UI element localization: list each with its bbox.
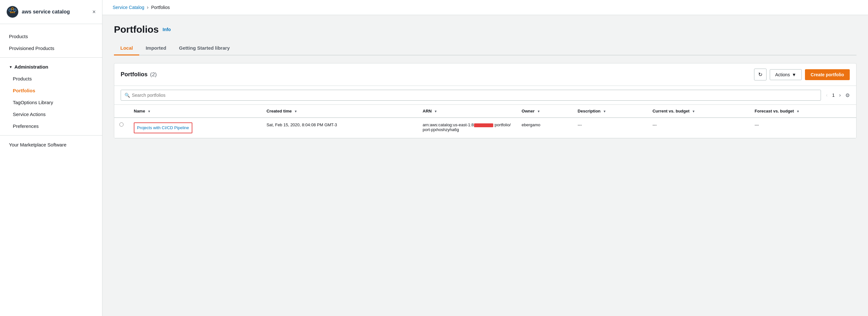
pagination: ‹ 1 › ⚙ xyxy=(824,91,850,99)
sidebar-item-portfolios[interactable]: Portfolios xyxy=(0,85,102,96)
sort-icon-arn: ▼ xyxy=(434,110,437,113)
portfolio-name-link[interactable]: Projects with CI/CD Pipeline xyxy=(134,122,192,133)
current-budget-value: --- xyxy=(653,122,657,127)
sidebar-item-products-sub[interactable]: Products xyxy=(0,73,102,85)
table-header-row: Name ▼ Created time ▼ ARN ▼ Owner xyxy=(114,105,856,118)
page-title: Portfolios xyxy=(114,24,159,35)
arn-prefix: arn:aws:catalog:us-east-1:8 xyxy=(423,122,474,127)
sort-icon-owner: ▼ xyxy=(537,110,540,113)
col-owner[interactable]: Owner ▼ xyxy=(517,105,572,118)
sort-icon-created-time: ▼ xyxy=(294,110,297,113)
actions-button[interactable]: Actions ▼ xyxy=(770,69,802,80)
create-portfolio-button[interactable]: Create portfolio xyxy=(805,69,850,80)
row-arn-cell: arn:aws:catalog:us-east-1:8:portfolio/po… xyxy=(418,118,517,138)
pagination-current: 1 xyxy=(832,93,835,98)
main-content: Service Catalog › Portfolios Portfolios … xyxy=(102,0,868,316)
row-description-cell: --- xyxy=(572,118,648,138)
owner-value: ebergamo xyxy=(522,122,540,127)
tab-imported[interactable]: Imported xyxy=(139,41,173,55)
breadcrumb-link-service-catalog[interactable]: Service Catalog xyxy=(113,5,144,10)
row-created-time-cell: Sat, Feb 15, 2020, 8:04:08 PM GMT-3 xyxy=(261,118,418,138)
table-card: Portfolios (2) ↻ Actions ▼ Create portfo… xyxy=(114,63,857,139)
page-title-row: Portfolios Info xyxy=(114,24,857,35)
sidebar-item-service-actions[interactable]: Service Actions xyxy=(0,108,102,120)
sidebar-header: aws aws service catalog × xyxy=(0,0,102,24)
col-created-time[interactable]: Created time ▼ xyxy=(261,105,418,118)
sidebar: aws aws service catalog × Products Provi… xyxy=(0,0,102,316)
search-row: 🔍 ‹ 1 › ⚙ xyxy=(114,86,856,105)
table-title: Portfolios (2) xyxy=(121,71,157,78)
aws-logo-icon: aws xyxy=(6,6,19,18)
search-container: 🔍 xyxy=(121,90,821,100)
search-input[interactable] xyxy=(121,90,821,100)
forecast-budget-value: --- xyxy=(755,122,759,127)
col-arn[interactable]: ARN ▼ xyxy=(418,105,517,118)
row-radio-input[interactable] xyxy=(119,122,124,126)
divider-2 xyxy=(0,135,102,136)
pagination-next-button[interactable]: › xyxy=(837,91,843,99)
actions-chevron-icon: ▼ xyxy=(792,72,796,77)
search-icon: 🔍 xyxy=(124,93,130,98)
sidebar-item-products-top[interactable]: Products xyxy=(0,30,102,42)
sidebar-item-marketplace-software[interactable]: Your Marketplace Software xyxy=(0,139,102,151)
sort-icon-forecast-budget: ▼ xyxy=(796,110,800,113)
refresh-button[interactable]: ↻ xyxy=(754,68,767,81)
breadcrumb-current-page: Portfolios xyxy=(151,5,169,10)
sidebar-item-provisioned-products[interactable]: Provisioned Products xyxy=(0,42,102,54)
row-current-budget-cell: --- xyxy=(648,118,750,138)
row-forecast-budget-cell: --- xyxy=(750,118,856,138)
sort-icon-description: ▼ xyxy=(603,110,606,113)
description-value: --- xyxy=(578,122,582,127)
table-count: (2) xyxy=(150,71,157,78)
table-settings-button[interactable]: ⚙ xyxy=(845,92,850,98)
page-content: Portfolios Info Local Imported Getting S… xyxy=(102,15,868,316)
created-time-value: Sat, Feb 15, 2020, 8:04:08 PM GMT-3 xyxy=(267,122,337,127)
sidebar-nav: Products Provisioned Products ▼ Administ… xyxy=(0,24,102,316)
data-table: Name ▼ Created time ▼ ARN ▼ Owner xyxy=(114,105,856,138)
divider-1 xyxy=(0,57,102,58)
table-actions: ↻ Actions ▼ Create portfolio xyxy=(754,68,850,81)
col-forecast-vs-budget[interactable]: Forecast vs. budget ▼ xyxy=(750,105,856,118)
info-badge[interactable]: Info xyxy=(163,27,171,32)
table-row: Projects with CI/CD Pipeline Sat, Feb 15… xyxy=(114,118,856,138)
actions-label: Actions xyxy=(775,72,790,77)
row-name-cell: Projects with CI/CD Pipeline xyxy=(129,118,261,138)
sidebar-item-administration[interactable]: ▼ Administration xyxy=(0,61,102,73)
col-name[interactable]: Name ▼ xyxy=(129,105,261,118)
col-current-vs-budget[interactable]: Current vs. budget ▼ xyxy=(648,105,750,118)
sidebar-item-preferences[interactable]: Preferences xyxy=(0,120,102,132)
pagination-prev-button[interactable]: ‹ xyxy=(824,91,830,99)
col-description[interactable]: Description ▼ xyxy=(572,105,648,118)
tab-local[interactable]: Local xyxy=(114,41,139,55)
sidebar-item-tagoptions-library[interactable]: TagOptions Library xyxy=(0,96,102,108)
sort-icon-name: ▼ xyxy=(148,110,151,113)
breadcrumb-separator: › xyxy=(147,4,149,10)
sort-icon-current-budget: ▼ xyxy=(692,110,695,113)
chevron-down-icon: ▼ xyxy=(9,65,12,69)
breadcrumb: Service Catalog › Portfolios xyxy=(102,0,868,15)
tabs-container: Local Imported Getting Started library xyxy=(114,41,857,55)
row-owner-cell: ebergamo xyxy=(517,118,572,138)
col-select xyxy=(114,105,129,118)
close-icon[interactable]: × xyxy=(92,9,96,16)
arn-redacted-bar xyxy=(474,123,493,127)
sidebar-brand-text: aws service catalog xyxy=(22,9,70,15)
row-select-cell[interactable] xyxy=(114,118,129,138)
table-header: Portfolios (2) ↻ Actions ▼ Create portfo… xyxy=(114,63,856,86)
tab-getting-started[interactable]: Getting Started library xyxy=(173,41,236,55)
